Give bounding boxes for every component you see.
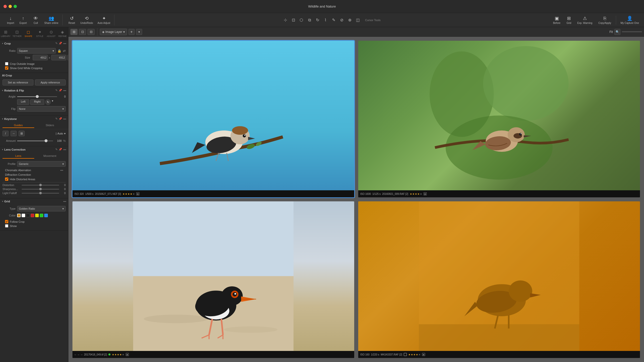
add-layer-button[interactable]: + xyxy=(129,29,135,35)
my-capture-one-button[interactable]: 👤 My Capture One xyxy=(618,15,641,25)
layer-options-button[interactable]: ▾ xyxy=(136,29,142,35)
keystone-more-icon[interactable]: ••• xyxy=(63,117,66,120)
view-single-button[interactable]: ⊡ xyxy=(79,29,86,35)
cursor-tool-draw[interactable]: ✎ xyxy=(330,16,337,24)
size-width-input[interactable] xyxy=(33,55,48,60)
crop-panel-header[interactable]: ▾ Crop ✎ 📌 ••• xyxy=(0,40,68,47)
rotation-edit-icon[interactable]: ✎ xyxy=(55,89,58,92)
copy-apply-button[interactable]: ⎘ Copy/Apply xyxy=(596,15,614,25)
keystone-sliders-tab[interactable]: Sliders xyxy=(34,123,66,128)
apply-reference-button[interactable]: Apply reference xyxy=(35,79,66,85)
sidebar-tab-tether[interactable]: ⊡ TETHER xyxy=(11,27,23,40)
color-swatch-2[interactable] xyxy=(26,214,30,217)
sidebar-tab-adjust[interactable]: ⊙ ADJUST xyxy=(46,27,57,40)
follow-crop-checkbox[interactable] xyxy=(5,220,8,223)
keystone-guides-tab[interactable]: Guides xyxy=(3,123,34,128)
movement-tab[interactable]: Movement xyxy=(34,154,66,159)
import-button[interactable]: ↓ Import xyxy=(5,15,17,25)
rotation-pin-icon[interactable]: 📌 xyxy=(59,89,62,92)
show-row[interactable]: Show xyxy=(3,224,66,228)
lens-panel-header[interactable]: ▾ Lens Correction ✎ 📌 ••• xyxy=(0,146,68,153)
keystone-amount-slider[interactable] xyxy=(17,141,53,141)
crop-more-icon[interactable]: ••• xyxy=(63,42,66,45)
cursor-tool-brush[interactable]: ⊕ xyxy=(346,16,353,24)
fullscreen-button[interactable] xyxy=(14,5,17,8)
exp-warning-button[interactable]: ⚠ Exp. Warning xyxy=(575,15,595,25)
crop-edit-icon[interactable]: ✎ xyxy=(55,42,58,45)
follow-crop-row[interactable]: Follow Crop xyxy=(3,219,66,224)
angle-slider-thumb[interactable] xyxy=(36,95,39,98)
lens-tab[interactable]: Lens xyxy=(3,154,34,159)
rotation-more-icon[interactable]: ••• xyxy=(63,89,66,92)
layer-selector[interactable]: ◈ Image Layer ▾ xyxy=(100,29,127,35)
sidebar-tab-style[interactable]: ✦ STYLE xyxy=(34,27,46,40)
sidebar-tab-library[interactable]: ⊞ LIBRARY xyxy=(0,27,11,40)
chromatic-more[interactable]: ••• xyxy=(60,169,63,172)
crop-outside-row[interactable]: Crop Outside Image xyxy=(3,62,66,66)
sidebar-tab-refine[interactable]: ◈ REFINE xyxy=(57,27,68,40)
ratio-swap-icon[interactable]: ⇄ xyxy=(63,49,66,53)
show-grid-row[interactable]: Show Grid While Cropping xyxy=(3,66,66,70)
rotate-left-button[interactable]: Left xyxy=(17,99,29,105)
reset-button[interactable]: ↺ Reset xyxy=(66,15,78,25)
angle-slider-track[interactable] xyxy=(17,96,57,97)
sharpness-slider[interactable] xyxy=(22,189,59,190)
lens-pin-icon[interactable]: 📌 xyxy=(59,148,62,151)
zoom-minus-button[interactable]: 🔍 xyxy=(614,29,620,35)
rotate-right-button[interactable]: Right xyxy=(30,99,44,105)
minimize-button[interactable] xyxy=(9,5,12,8)
keystone-panel-header[interactable]: ▾ Keystone ✎ 📌 ••• xyxy=(0,116,68,122)
keystone-vertical-icon[interactable]: / xyxy=(3,131,9,136)
crop-pin-icon[interactable]: 📌 xyxy=(59,42,62,45)
cursor-tool-gradient[interactable]: ◫ xyxy=(354,16,361,24)
flip-select[interactable]: None ▾ xyxy=(17,106,66,112)
cursor-tool-heal[interactable]: ⬡ xyxy=(298,16,305,24)
color-swatch-5[interactable] xyxy=(40,214,43,217)
image-cell-4[interactable]: ISO 160 1/220 s M41K0337.RAF [2] ★★★★★ ▣ xyxy=(358,201,640,358)
color-swatch-3[interactable] xyxy=(31,214,34,217)
undo-redo-button[interactable]: ⟲ Undo/Redo xyxy=(78,15,95,25)
image-cell-1[interactable]: ISO 320 1/500 s 20150627_071.NEF [3] ★★★… xyxy=(72,41,354,197)
keystone-grid-icon[interactable]: ⊞ xyxy=(19,131,25,136)
auto-adjust-button[interactable]: ✦ Auto Adjust xyxy=(96,15,112,25)
cursor-tool-rotate[interactable]: ↻ xyxy=(314,16,321,24)
keystone-edit-icon[interactable]: ✎ xyxy=(55,117,58,120)
cull-button[interactable]: 👁 Cull xyxy=(30,15,42,25)
cursor-tool-measure[interactable]: ⌇ xyxy=(322,16,329,24)
show-checkbox[interactable] xyxy=(5,224,8,228)
zoom-slider[interactable] xyxy=(622,31,642,32)
view-compare-button[interactable]: ⊟ xyxy=(88,29,95,35)
ratio-lock-icon[interactable]: 🔒 xyxy=(57,49,61,53)
hide-distorted-row[interactable]: Hide Distorted Areas xyxy=(3,177,66,181)
rotation-panel-header[interactable]: ▾ Rotation & Flip ✎ 📌 ••• xyxy=(0,87,68,94)
rotate-circular-button[interactable]: ↻ xyxy=(45,99,51,105)
color-swatch-6[interactable] xyxy=(44,214,48,217)
cursor-tool-crop[interactable]: ⊡ xyxy=(290,16,297,24)
color-swatch-4[interactable] xyxy=(35,214,39,217)
lens-more-icon[interactable]: ••• xyxy=(63,148,66,151)
grid-panel-header[interactable]: ▾ Grid ••• xyxy=(0,198,68,204)
grid-more-icon[interactable]: ••• xyxy=(63,200,66,203)
hide-distorted-checkbox[interactable] xyxy=(5,177,8,181)
lens-edit-icon[interactable]: ✎ xyxy=(55,148,58,151)
image-cell-2[interactable]: ISO 1600 1/125 s 20160821_009.RAF [2] ★★… xyxy=(358,41,640,197)
export-button[interactable]: ↑ Export xyxy=(17,15,29,25)
cursor-tool-select[interactable]: ⊹ xyxy=(281,16,289,24)
profile-select[interactable]: Generic ▾ xyxy=(17,161,66,167)
grid-button[interactable]: ⊞ Grid xyxy=(564,15,574,25)
image-cell-3[interactable]: -- -- -- 20170418_049.tif [2] ★★★★★ ▣ xyxy=(72,201,354,358)
keystone-pin-icon[interactable]: 📌 xyxy=(59,117,62,120)
before-button[interactable]: ▣ Before xyxy=(550,15,563,25)
size-height-input[interactable] xyxy=(51,55,66,60)
grid-type-select[interactable]: Golden Ratio ▾ xyxy=(17,206,66,211)
keystone-horizontal-icon[interactable]: → xyxy=(11,131,17,136)
color-swatch-1[interactable] xyxy=(22,214,25,217)
show-grid-checkbox[interactable] xyxy=(5,66,8,70)
share-online-button[interactable]: 👥 Share online xyxy=(42,15,60,25)
keystone-amount-thumb[interactable] xyxy=(45,139,48,142)
distortion-slider[interactable] xyxy=(22,185,59,186)
cursor-tool-clone[interactable]: ⧉ xyxy=(306,16,313,24)
close-button[interactable] xyxy=(4,5,7,8)
light-falloff-slider[interactable] xyxy=(22,193,59,194)
keystone-auto-chevron[interactable]: ▾ xyxy=(64,132,66,135)
